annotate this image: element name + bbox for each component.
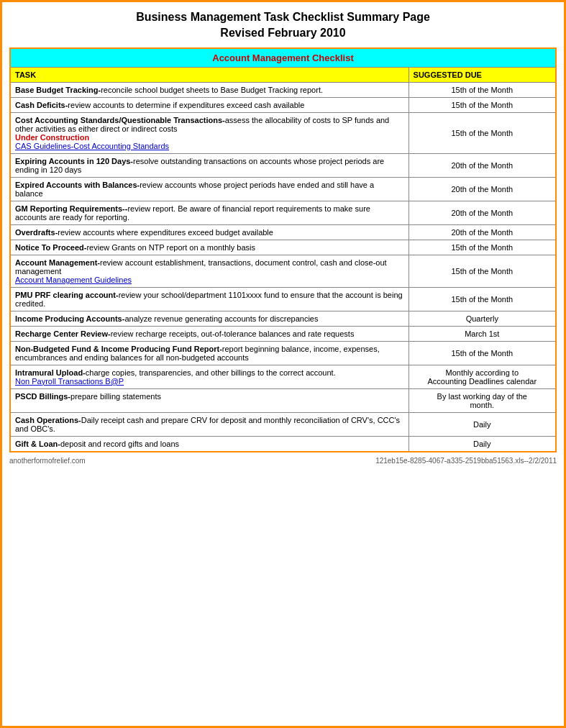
task-text: review accounts where expenditures excee… [58,228,273,237]
task-cell: Base Budget Tracking-reconcile school bu… [10,82,408,97]
due-cell: Daily [408,436,556,452]
col-header-row: TASK SUGGESTED DUE [10,67,556,82]
task-text: analyze revenue generating accounts for … [124,314,318,323]
task-cell: Non-Budgeted Fund & Income Producing Fun… [10,341,408,365]
task-bold: Base Budget Tracking- [15,86,101,94]
task-link[interactable]: Account Management Guidelines [15,276,132,284]
task-bold: Non-Budgeted Fund & Income Producing Fun… [15,345,222,353]
page-footer: anotherformofrelief.com 121eb15e-8285-40… [9,457,557,465]
task-bold: Overdrafts- [15,228,58,237]
task-text: review Grants on NTP report on a monthly… [86,243,255,252]
task-text: review accounts to determine if expendit… [68,101,304,109]
task-text: reconcile school budget sheets to Base B… [101,86,323,94]
col-due-header: SUGGESTED DUE [408,67,556,82]
task-bold: Account Management- [15,258,100,267]
task-cell: Cost Accounting Standards/Questionable T… [10,112,408,153]
task-bold: Expired Accounts with Balances- [15,181,140,189]
task-cell: Gift & Loan-deposit and record gifts and… [10,436,408,452]
task-cell: Intramural Upload-charge copies, transpa… [10,365,408,388]
due-cell: Daily [408,412,556,436]
table-row: Cash Operations-Daily receipt cash and p… [10,412,556,436]
task-cell: Expiring Accounts in 120 Days-resolve ou… [10,153,408,177]
table-row: Intramural Upload-charge copies, transpa… [10,365,556,388]
task-cell: Cash Deficits-review accounts to determi… [10,97,408,112]
due-cell: 15th of the Month [408,255,556,287]
table-row: Non-Budgeted Fund & Income Producing Fun… [10,341,556,365]
task-bold: Cost Accounting Standards/Questionable T… [15,116,225,124]
task-bold: Expiring Accounts in 120 Days- [15,157,133,165]
table-row: Income Producing Accounts-analyze revenu… [10,311,556,326]
due-cell: 20th of the Month [408,224,556,240]
task-cell: Account Management-review account establ… [10,255,408,287]
task-text: charge copies, transparencies, and other… [86,368,336,377]
task-text: review recharge receipts, out-of-toleran… [111,329,355,338]
due-cell: 20th of the Month [408,201,556,224]
due-cell: 15th of the Month [408,287,556,311]
due-cell: 20th of the Month [408,177,556,201]
task-bold: Notice To Proceed- [15,243,86,252]
due-cell: March 1st [408,326,556,341]
due-cell: 15th of the Month [408,97,556,112]
table-row: Account Management-review account establ… [10,255,556,287]
due-cell: By last working day of the month. [408,388,556,412]
table-header-cell: Account Management Checklist [10,48,556,68]
table-row: Base Budget Tracking-reconcile school bu… [10,82,556,97]
page-title: Business Management Task Checklist Summa… [9,9,557,42]
task-cell: Notice To Proceed-review Grants on NTP r… [10,240,408,255]
table-row: PMU PRF clearing account-review your sch… [10,287,556,311]
due-cell: 15th of the Month [408,112,556,153]
table-row: Overdrafts-review accounts where expendi… [10,224,556,240]
table-row: PSCD Billings-prepare billing statements… [10,388,556,412]
task-cell: GM Reporting Requirements--review report… [10,201,408,224]
task-bold: Intramural Upload- [15,368,86,377]
task-link[interactable]: Non Payroll Transactions B@P [15,377,124,386]
checklist-table: Account Management Checklist TASK SUGGES… [9,47,557,452]
table-header-row: Account Management Checklist [10,48,556,68]
task-bold: Income Producing Accounts- [15,314,124,323]
footer-right: 121eb15e-8285-4067-a335-2519bba51563.xls… [375,457,557,465]
task-bold: GM Reporting Requirements-- [15,204,127,213]
task-bold: PMU PRF clearing account- [15,291,119,299]
task-cell: Overdrafts-review accounts where expendi… [10,224,408,240]
task-bold: PSCD Billings- [15,392,70,401]
task-cell: Expired Accounts with Balances-review ac… [10,177,408,201]
task-cell: PMU PRF clearing account-review your sch… [10,287,408,311]
table-row: Cost Accounting Standards/Questionable T… [10,112,556,153]
due-cell: 20th of the Month [408,153,556,177]
table-row: Recharge Center Review-review recharge r… [10,326,556,341]
task-link[interactable]: CAS Guidelines-Cost Accounting Standards [15,142,169,150]
task-text: deposit and record gifts and loans [60,440,179,448]
table-row: Gift & Loan-deposit and record gifts and… [10,436,556,452]
table-row: Expired Accounts with Balances-review ac… [10,177,556,201]
task-cell: Cash Operations-Daily receipt cash and p… [10,412,408,436]
table-row: Cash Deficits-review accounts to determi… [10,97,556,112]
task-bold: Cash Operations- [15,416,81,424]
due-cell: Quarterly [408,311,556,326]
task-text: prepare billing statements [70,392,161,401]
task-bold: Gift & Loan- [15,440,60,448]
task-cell: PSCD Billings-prepare billing statements [10,388,408,412]
task-cell: Income Producing Accounts-analyze revenu… [10,311,408,326]
due-cell: 15th of the Month [408,240,556,255]
footer-left: anotherformofrelief.com [9,457,86,465]
task-cell: Recharge Center Review-review recharge r… [10,326,408,341]
due-cell: 15th of the Month [408,341,556,365]
task-red-text: Under Construction [15,133,89,142]
table-row: Notice To Proceed-review Grants on NTP r… [10,240,556,255]
table-row: GM Reporting Requirements--review report… [10,201,556,224]
task-bold: Recharge Center Review- [15,329,111,338]
due-cell: 15th of the Month [408,82,556,97]
task-bold: Cash Deficits- [15,101,68,109]
due-cell: Monthly according to Accounting Deadline… [408,365,556,388]
col-task-header: TASK [10,67,408,82]
table-row: Expiring Accounts in 120 Days-resolve ou… [10,153,556,177]
